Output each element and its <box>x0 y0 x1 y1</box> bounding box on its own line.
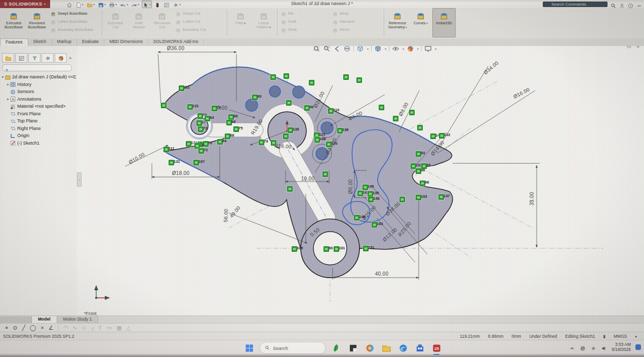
sketch-relation-badge[interactable] <box>284 73 289 79</box>
sketch-relation-badge[interactable] <box>337 128 343 133</box>
ribbon-button-extruded-boss-base[interactable]: Extruded Boss/Base <box>2 8 25 37</box>
sketch-relation-badge[interactable] <box>421 163 427 169</box>
sketch-canvas[interactable] <box>77 46 644 316</box>
sketch-relation-badge[interactable] <box>271 140 276 146</box>
fm-tabs-expand-arrow[interactable]: > <box>69 56 71 61</box>
sketch-relation-badge[interactable] <box>161 103 167 108</box>
sketch-relation-badge[interactable] <box>212 106 217 111</box>
sketch-relation-badge[interactable] <box>252 95 258 100</box>
sketch-relation-badge[interactable] <box>356 77 362 83</box>
sketch-relation-badge[interactable] <box>292 246 297 252</box>
volume-icon[interactable] <box>601 344 607 350</box>
sketch-relation-badge[interactable] <box>287 186 293 192</box>
sketch-relation-badge[interactable] <box>288 127 293 133</box>
sketch-relation-badge[interactable] <box>363 185 368 190</box>
sketch-relation-badge[interactable] <box>379 105 384 110</box>
feature-tree-filter[interactable] <box>2 64 72 71</box>
tree-item-2d-draw-naveen-j-default-default-[interactable]: ▸2d draw naveen J (Default) <<Default> <box>1 73 76 81</box>
sketch-relation-badge[interactable] <box>439 133 445 139</box>
sketch-relation-badge[interactable] <box>323 171 328 177</box>
sketch-relation-badge[interactable] <box>363 246 369 251</box>
sketch-tool-icon[interactable]: ∠ <box>49 324 54 332</box>
ribbon-button-instant3d[interactable]: Instant3D <box>432 8 456 37</box>
minimize-icon[interactable] <box>636 2 642 7</box>
tab-evaluate[interactable]: Evaluate <box>77 38 104 46</box>
sketch-relation-badge[interactable] <box>357 191 363 196</box>
sketch-relation-badge[interactable] <box>197 113 203 119</box>
tree-item-origin[interactable]: Origin <box>1 132 76 140</box>
dimension-6.00[interactable]: Ø6.00 <box>348 180 353 194</box>
sketch-relation-badge[interactable] <box>233 126 239 132</box>
green-app-icon[interactable] <box>330 342 342 354</box>
tab-markup[interactable]: Markup <box>52 38 77 46</box>
dimension-40.00[interactable]: 40.00 <box>375 271 389 277</box>
sketch-relation-badge[interactable] <box>328 108 334 114</box>
command-search-box[interactable]: Search Commands <box>543 2 608 7</box>
sketch-relation-badge[interactable] <box>203 141 209 147</box>
help-icon[interactable]: ? <box>628 2 633 7</box>
sketch-relation-badge[interactable] <box>326 142 332 147</box>
sketch-relation-badge[interactable] <box>368 191 373 197</box>
tab-model[interactable]: Model <box>32 316 57 324</box>
tree-item-right-plane[interactable]: Right Plane <box>1 125 76 132</box>
sketch-relation-badge[interactable] <box>226 120 232 125</box>
dimension-56.00[interactable]: 56.00 <box>223 209 229 222</box>
ribbon-button-reference-geometry[interactable]: Reference Geometry▾ <box>386 8 409 37</box>
ribbon-button-revolved-boss-base[interactable]: Revolved Boss/Base <box>25 8 49 37</box>
bottom-boss-hole[interactable] <box>313 232 347 265</box>
start-button[interactable] <box>243 342 255 354</box>
sketch-relation-badge[interactable] <box>368 197 374 202</box>
sketch-relation-badge[interactable] <box>420 181 425 186</box>
dimxpert-icon[interactable] <box>42 53 54 63</box>
sketch-relation-badge[interactable] <box>304 105 310 111</box>
sketch-relation-badge[interactable] <box>270 74 276 80</box>
sketch-relation-badge[interactable] <box>225 133 230 139</box>
sketch-relation-badge[interactable] <box>228 114 234 120</box>
display-manager-icon[interactable] <box>55 53 67 63</box>
tray-chevron-icon[interactable] <box>569 344 575 350</box>
solidworks-app-icon[interactable]: 25 <box>430 342 442 354</box>
tree-item-material-not-specified-[interactable]: Material <not specified> <box>1 103 76 110</box>
graphics-area[interactable]: ▾▾▾▾▾ ▭✕ ‹ <box>77 46 644 316</box>
units-selector[interactable]: MMGS <box>614 334 627 339</box>
notification-button[interactable] <box>635 344 641 350</box>
tray-settings-icon[interactable] <box>590 344 596 350</box>
tree-item-history[interactable]: ▸History <box>1 81 76 88</box>
dark-app-icon[interactable] <box>347 342 359 354</box>
ribbon-button-curves[interactable]: Curves▾ <box>409 8 432 37</box>
dimension-19.00[interactable]: 19.00 <box>301 176 315 182</box>
sketch-relation-badge[interactable] <box>196 120 202 126</box>
account-icon[interactable] <box>619 2 625 7</box>
tree-item-front-plane[interactable]: Front Plane <box>1 110 76 118</box>
sketch-relation-badge[interactable] <box>334 246 339 252</box>
sketch-relation-badge[interactable] <box>324 246 329 252</box>
sketch-relation-badge[interactable] <box>372 222 377 228</box>
sketch-relation-badge[interactable] <box>164 147 169 152</box>
sketch-relation-badge[interactable] <box>186 141 191 147</box>
copilot-icon[interactable] <box>364 342 376 354</box>
dimension-39.00[interactable]: 39.00 <box>529 192 535 206</box>
splitter-grip[interactable] <box>0 317 32 324</box>
sketch-relation-badge[interactable] <box>343 74 349 80</box>
sketch-relation-badge[interactable] <box>259 140 264 145</box>
taskbar-search[interactable]: Search <box>260 342 326 354</box>
sketch-relation-badge[interactable] <box>409 110 415 115</box>
store-app-icon[interactable] <box>414 342 426 354</box>
sketch-relation-badge[interactable] <box>430 133 436 139</box>
sketch-relation-badge[interactable] <box>217 139 223 145</box>
file-explorer-icon[interactable] <box>380 342 392 354</box>
sketch-relation-badge[interactable] <box>205 116 210 121</box>
sketch-relation-badge[interactable] <box>314 137 320 143</box>
edge-icon[interactable] <box>397 342 409 354</box>
sketch-relation-badge[interactable] <box>198 148 204 154</box>
sketch-tool-icon[interactable]: × <box>41 324 44 332</box>
sketch-relation-badge[interactable] <box>193 160 199 165</box>
sketch-relation-badge[interactable] <box>179 85 184 91</box>
tab-solidworks-add-ins[interactable]: SOLIDWORKS Add-Ins <box>148 38 204 46</box>
tree-item-annotations[interactable]: ▸AAnnotations <box>1 96 76 103</box>
sketch-relation-badge[interactable] <box>283 133 289 139</box>
tree-item--sketch1[interactable]: (-) Sketch1 <box>1 140 76 147</box>
tab-features[interactable]: Features <box>0 38 28 47</box>
network-offline-icon[interactable] <box>580 344 586 350</box>
sketch-relation-badge[interactable] <box>393 116 398 121</box>
